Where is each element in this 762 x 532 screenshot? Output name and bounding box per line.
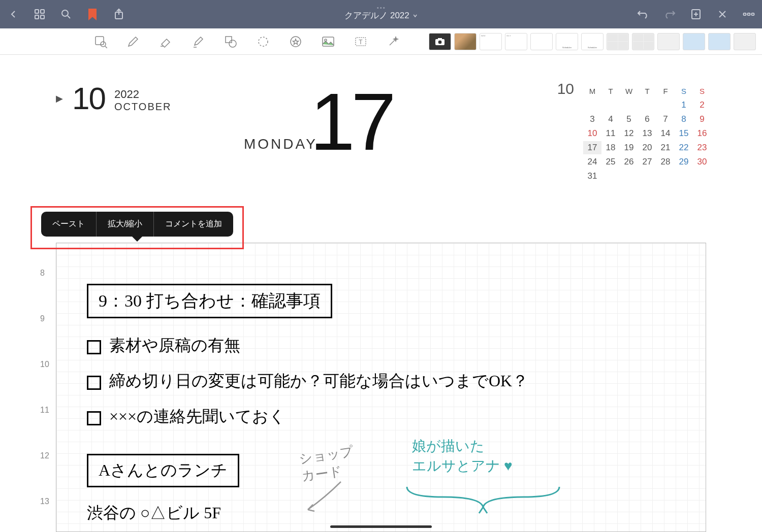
top-navigation-bar: クアデルノ 2022: [0, 0, 762, 28]
more-icon[interactable]: [742, 7, 756, 21]
mini-cal-day[interactable]: 13: [638, 127, 656, 140]
time-label: 9: [40, 314, 45, 323]
add-page-icon[interactable]: [689, 7, 703, 21]
paste-menu-item[interactable]: ペースト: [41, 212, 97, 237]
mini-cal-day[interactable]: 9: [693, 113, 711, 126]
svg-rect-0: [35, 10, 39, 13]
mini-cal-dayname: T: [638, 85, 656, 97]
calendar-thumbnail-3[interactable]: [530, 33, 553, 50]
mini-cal-day: [675, 170, 693, 183]
mini-cal-dayname: W: [620, 85, 638, 97]
page-thumbnail-3[interactable]: [708, 33, 731, 50]
mini-cal-day[interactable]: 22: [675, 141, 693, 154]
page-canvas[interactable]: ▶ 10 2022 OCTOBER MONDAY 17 10 MTWTFSS12…: [0, 55, 762, 532]
mini-cal-day[interactable]: 12: [620, 127, 638, 140]
handwritten-annotation: 娘が描いたエルサとアナ ♥: [412, 436, 513, 476]
notes-grid-area[interactable]: 8 9 10 11 12 13 9：30 打ち合わせ：確認事項 素材や原稿の有無…: [56, 243, 706, 532]
mini-cal-day[interactable]: 21: [656, 141, 675, 154]
svg-rect-3: [41, 15, 44, 19]
photo-thumbnail[interactable]: [454, 33, 477, 50]
mini-cal-day[interactable]: 26: [620, 155, 638, 169]
svg-point-14: [748, 13, 750, 16]
mini-cal-day[interactable]: 16: [693, 127, 711, 140]
mini-cal-dayname: S: [675, 85, 693, 97]
svg-point-29: [438, 40, 442, 44]
layout-thumbnail-1[interactable]: [607, 33, 629, 50]
svg-line-27: [390, 39, 396, 45]
eraser-tool-icon[interactable]: [154, 30, 177, 53]
mini-cal-day[interactable]: 20: [638, 141, 656, 154]
image-tool-icon[interactable]: [317, 30, 339, 53]
mini-cal-day[interactable]: 19: [620, 141, 638, 154]
mini-cal-day: [656, 170, 675, 183]
svg-point-20: [229, 40, 236, 47]
time-label: 12: [40, 451, 49, 460]
mini-cal-day[interactable]: 29: [675, 155, 693, 169]
zoom-tool-icon[interactable]: [89, 30, 112, 53]
text-tool-icon[interactable]: T: [350, 30, 372, 53]
time-label: 11: [40, 406, 49, 415]
mini-cal-day[interactable]: 24: [583, 155, 601, 169]
document-title[interactable]: クアデルノ 2022: [344, 10, 418, 21]
mini-cal-dayname: S: [693, 85, 711, 97]
mini-cal-day[interactable]: 14: [656, 127, 675, 140]
svg-text:T: T: [359, 39, 363, 46]
mini-calendar[interactable]: 10 MTWTFSS123456789101112131415161718192…: [557, 80, 711, 183]
mini-cal-day[interactable]: 18: [601, 141, 620, 154]
mini-cal-day[interactable]: 4: [601, 113, 620, 126]
svg-rect-2: [35, 15, 39, 19]
search-icon[interactable]: [59, 7, 73, 21]
handwritten-note: 素材や原稿の有無: [87, 335, 240, 357]
magic-tool-icon[interactable]: [382, 30, 404, 53]
undo-button[interactable]: [636, 7, 650, 21]
share-icon[interactable]: [112, 7, 126, 21]
day-name: MONDAY: [244, 136, 318, 152]
mini-cal-day[interactable]: 31: [583, 170, 601, 183]
calendar-thumbnail-1[interactable]: NOV: [480, 33, 502, 50]
brace-annotation: [402, 482, 564, 517]
redo-button[interactable]: [662, 7, 677, 21]
mini-cal-day[interactable]: 30: [693, 155, 711, 169]
add-comment-menu-item[interactable]: コメントを追加: [154, 212, 233, 237]
mini-cal-day[interactable]: 8: [675, 113, 693, 126]
scheduler-thumbnail-2[interactable]: Scheduler: [581, 33, 604, 50]
apps-grid-icon[interactable]: [33, 7, 47, 21]
mini-cal-day[interactable]: 17: [583, 141, 601, 154]
svg-rect-16: [96, 37, 104, 45]
mini-cal-day[interactable]: 28: [656, 155, 675, 169]
time-label: 10: [40, 360, 49, 369]
page-thumbnail-1[interactable]: [657, 33, 680, 50]
expand-arrow-icon[interactable]: ▶: [56, 93, 63, 104]
mini-cal-day[interactable]: 27: [638, 155, 656, 169]
mini-cal-day[interactable]: 2: [693, 98, 711, 112]
bookmark-icon[interactable]: [85, 7, 100, 21]
mini-cal-day[interactable]: 1: [675, 98, 693, 112]
shape-tool-icon[interactable]: [219, 30, 242, 53]
mini-cal-day[interactable]: 5: [620, 113, 638, 126]
mini-cal-day[interactable]: 7: [656, 113, 675, 126]
mini-cal-day[interactable]: 10: [583, 127, 601, 140]
favorites-tool-icon[interactable]: [284, 30, 307, 53]
zoom-menu-item[interactable]: 拡大/縮小: [97, 212, 154, 237]
svg-rect-19: [226, 37, 232, 43]
mini-cal-day[interactable]: 25: [601, 155, 620, 169]
scheduler-thumbnail-1[interactable]: Scheduler: [556, 33, 578, 50]
close-icon[interactable]: [715, 7, 729, 21]
page-thumbnail-2[interactable]: [683, 33, 705, 50]
mini-cal-day[interactable]: 11: [601, 127, 620, 140]
mini-cal-day[interactable]: 6: [638, 113, 656, 126]
mini-cal-day[interactable]: 15: [675, 127, 693, 140]
mini-cal-day[interactable]: 3: [583, 113, 601, 126]
drag-handle-icon: [377, 7, 385, 9]
pen-tool-icon[interactable]: [122, 30, 144, 53]
highlighter-tool-icon[interactable]: [187, 30, 209, 53]
camera-thumbnail[interactable]: [429, 33, 451, 50]
page-thumbnail-4[interactable]: [734, 33, 756, 50]
calendar-thumbnail-2[interactable]: OCT: [505, 33, 527, 50]
back-button[interactable]: [6, 7, 20, 21]
home-indicator[interactable]: [330, 525, 432, 528]
lasso-tool-icon[interactable]: [252, 30, 274, 53]
layout-thumbnail-2[interactable]: [632, 33, 654, 50]
mini-cal-dayname: M: [583, 85, 601, 97]
mini-cal-day[interactable]: 23: [693, 141, 711, 154]
